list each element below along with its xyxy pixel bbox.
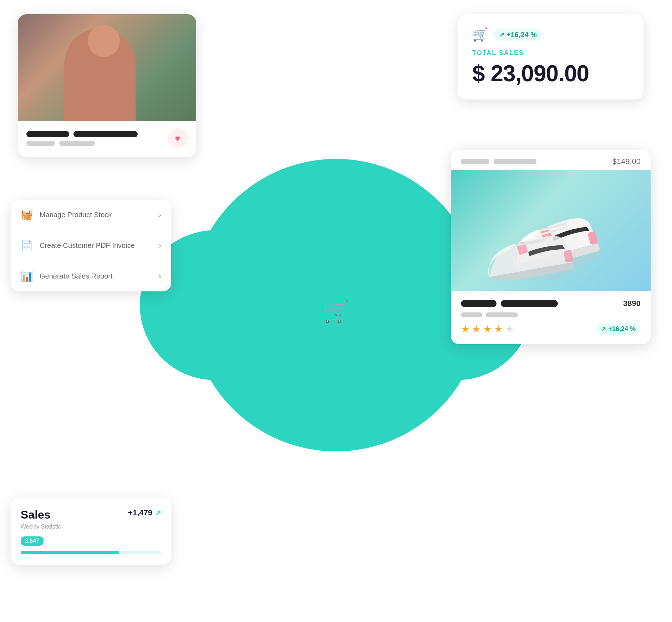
product-count: 3890 — [623, 299, 641, 308]
product-pill-1 — [461, 300, 497, 307]
star-3: ★ — [483, 323, 492, 335]
product-bar-1 — [461, 159, 489, 164]
menu-item-invoice-left: 📄 Create Customer PDF Invoice — [21, 240, 135, 251]
title-pill-2 — [73, 131, 138, 137]
photo-card-text — [26, 131, 168, 146]
stats-header: Sales +1,479 ↗ — [21, 508, 161, 521]
heart-icon: ♥ — [175, 133, 180, 144]
sales-card-header: 🛒 ↗ +16,24 % — [472, 27, 629, 42]
stats-change-value: +1,479 — [128, 508, 152, 518]
star-5: ★ — [505, 323, 514, 335]
arrow-up-icon: ↗ — [499, 31, 504, 39]
chevron-icon-report: › — [159, 272, 161, 281]
product-pill-2 — [501, 300, 558, 307]
product-sub-pill-1 — [461, 312, 482, 317]
progress-bar-background — [21, 551, 161, 554]
photo-card-body: ♥ — [18, 121, 196, 157]
menu-item-report[interactable]: 📊 Generate Sales Report › — [11, 261, 171, 291]
stats-badge-row: 3,547 — [21, 536, 161, 546]
product-bottom-row1: 3890 — [461, 299, 641, 308]
photo-card: ♥ — [18, 14, 196, 157]
product-card-bottom: 3890 ★ ★ ★ ★ ★ ↗ +16,24 % — [451, 291, 651, 344]
stats-card: Sales +1,479 ↗ Weekly Statistic 3,547 — [11, 498, 171, 565]
star-4: ★ — [494, 323, 503, 335]
product-desc-pills — [461, 300, 558, 307]
sub-pill-1 — [26, 141, 55, 146]
star-1: ★ — [461, 323, 470, 335]
sales-growth-badge: ↗ +16,24 % — [494, 29, 542, 41]
menu-item-stock-left: 🧺 Manage Product Stock — [21, 209, 112, 221]
product-sub-pill-2 — [486, 312, 518, 317]
menu-item-stock[interactable]: 🧺 Manage Product Stock › — [11, 200, 171, 230]
title-pill-1 — [26, 131, 69, 137]
stats-badge: 3,547 — [21, 536, 44, 546]
sales-growth-value: +16,24 % — [506, 31, 537, 39]
product-price: $149.00 — [612, 157, 641, 166]
menu-label-stock: Manage Product Stock — [40, 211, 112, 219]
product-placeholder-bars — [461, 159, 536, 164]
product-bottom-row3: ★ ★ ★ ★ ★ ↗ +16,24 % — [461, 323, 641, 335]
menu-label-report: Generate Sales Report — [40, 272, 113, 280]
stats-arrow-icon: ↗ — [155, 509, 161, 517]
total-sales-card: 🛒 ↗ +16,24 % TOTAL SALES $ 23,090.00 — [458, 14, 643, 100]
total-sales-value: $ 23,090.00 — [472, 60, 629, 87]
product-arrow-icon: ↗ — [601, 325, 606, 333]
stats-title: Sales — [21, 508, 51, 521]
chevron-icon-invoice: › — [159, 241, 161, 250]
menu-label-invoice: Create Customer PDF Invoice — [40, 241, 135, 250]
product-card: $149.00 — [451, 150, 651, 344]
stock-icon: 🧺 — [21, 209, 33, 221]
star-2: ★ — [472, 323, 481, 335]
product-growth-value: +16,24 % — [608, 325, 636, 333]
shoe-illustration — [479, 180, 622, 280]
menu-item-report-left: 📊 Generate Sales Report — [21, 270, 113, 282]
product-growth-badge: ↗ +16,24 % — [596, 323, 641, 335]
product-image — [451, 170, 651, 291]
stats-subtitle: Weekly Statistic — [21, 524, 161, 530]
photo-card-image — [18, 14, 196, 121]
center-cart-icon: 🛒 — [323, 299, 350, 324]
chevron-icon-stock: › — [159, 210, 161, 220]
report-icon: 📊 — [21, 270, 33, 282]
menu-item-invoice[interactable]: 📄 Create Customer PDF Invoice › — [11, 230, 171, 261]
total-sales-label: TOTAL SALES — [472, 49, 629, 57]
progress-bar-fill — [21, 551, 119, 554]
heart-button[interactable]: ♥ — [168, 128, 188, 148]
stats-change: +1,479 ↗ — [128, 508, 161, 518]
product-stars: ★ ★ ★ ★ ★ — [461, 323, 514, 335]
photo-title-bar — [26, 131, 168, 137]
product-bottom-row2 — [461, 312, 641, 317]
cart-icon: 🛒 — [472, 27, 488, 42]
sub-pill-2 — [59, 141, 95, 146]
menu-card: 🧺 Manage Product Stock › 📄 Create Custom… — [11, 200, 171, 291]
product-card-top: $149.00 — [451, 150, 651, 170]
invoice-icon: 📄 — [21, 240, 33, 251]
product-bar-2 — [494, 159, 536, 164]
